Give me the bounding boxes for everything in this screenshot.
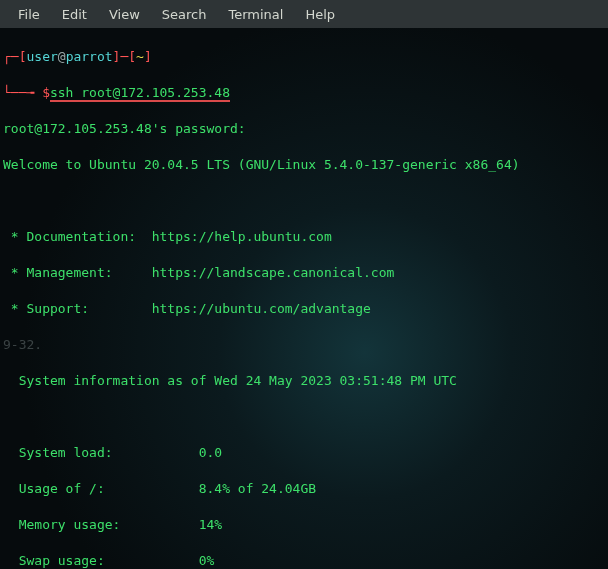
welcome-banner: Welcome to Ubuntu 20.04.5 LTS (GNU/Linux… bbox=[3, 156, 605, 174]
prompt-user: user bbox=[26, 49, 57, 64]
bracket-open: ┌─[ bbox=[3, 49, 26, 64]
ssh-command: ssh root@172.105.253.48 bbox=[50, 86, 230, 102]
prompt-line-2: └──╼ $ssh root@172.105.253.48 bbox=[3, 84, 605, 102]
prompt-path: ~ bbox=[136, 49, 144, 64]
blank bbox=[3, 408, 605, 426]
bracket-end: ] bbox=[144, 49, 152, 64]
prompt-line-1: ┌─[user@parrot]─[~] bbox=[3, 48, 605, 66]
prompt-at: @ bbox=[58, 49, 66, 64]
menu-edit[interactable]: Edit bbox=[52, 3, 97, 26]
sysinfo-header: System information as of Wed 24 May 2023… bbox=[3, 372, 605, 390]
menu-file[interactable]: File bbox=[8, 3, 50, 26]
blank bbox=[3, 192, 605, 210]
prompt-dollar: $ bbox=[42, 85, 50, 100]
memory-usage: Memory usage: 14% bbox=[3, 516, 605, 534]
menu-search[interactable]: Search bbox=[152, 3, 217, 26]
menu-view[interactable]: View bbox=[99, 3, 150, 26]
prompt-host: parrot bbox=[66, 49, 113, 64]
support-link: * Support: https://ubuntu.com/advantage bbox=[3, 300, 605, 318]
terminal-viewport[interactable]: ┌─[user@parrot]─[~] └──╼ $ssh root@172.1… bbox=[0, 28, 608, 569]
bracket-mid: ]─[ bbox=[113, 49, 136, 64]
menu-terminal[interactable]: Terminal bbox=[218, 3, 293, 26]
password-prompt: root@172.105.253.48's password: bbox=[3, 120, 605, 138]
faint-text: 9-32. bbox=[3, 336, 605, 354]
disk-usage: Usage of /: 8.4% of 24.04GB bbox=[3, 480, 605, 498]
sys-load: System load: 0.0 bbox=[3, 444, 605, 462]
docs-link: * Documentation: https://help.ubuntu.com bbox=[3, 228, 605, 246]
mgmt-link: * Management: https://landscape.canonica… bbox=[3, 264, 605, 282]
swap-usage: Swap usage: 0% bbox=[3, 552, 605, 569]
prompt-arrow: └──╼ bbox=[3, 85, 42, 100]
menu-help[interactable]: Help bbox=[295, 3, 345, 26]
menubar: File Edit View Search Terminal Help bbox=[0, 0, 608, 28]
